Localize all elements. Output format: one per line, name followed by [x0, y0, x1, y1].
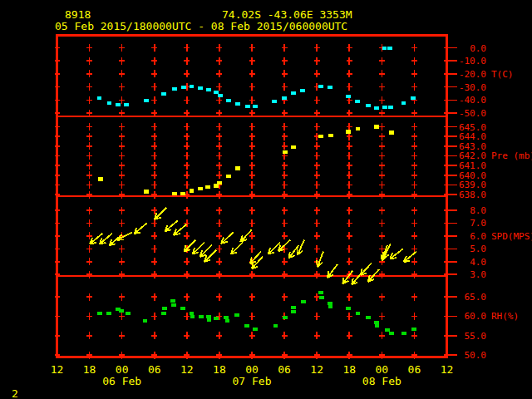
axis-tick-label: -30.0	[459, 82, 486, 93]
humidity-point	[119, 309, 124, 313]
x-hour-label: 06	[278, 363, 291, 376]
wind-arrow	[252, 257, 263, 269]
humidity-point	[162, 307, 167, 310]
humidity-point	[244, 324, 249, 328]
axis-tick-label: 0.0	[470, 43, 486, 54]
humidity-point	[291, 310, 296, 313]
humidity-point	[214, 317, 219, 320]
axis-tick-label: 5.0	[470, 244, 486, 254]
axis-tick-label: 60.0	[465, 311, 487, 322]
grid-ticks	[55, 44, 457, 359]
temperature-point	[382, 47, 387, 50]
axis-tick-label: 7.0	[470, 218, 486, 229]
temperature-point	[346, 95, 351, 98]
temperature-point	[411, 96, 416, 100]
temperature-point	[107, 101, 112, 105]
axis-tick-label: -40.0	[459, 95, 486, 106]
pressure-point	[98, 177, 103, 180]
humidity-point	[199, 315, 204, 318]
humidity-point	[180, 307, 185, 310]
station-location: 74.02S -43.06E 3353M	[222, 8, 352, 21]
humidity-point	[225, 319, 230, 323]
pressure-point	[374, 125, 379, 128]
humidity-point	[301, 300, 306, 303]
temperature-point	[355, 100, 360, 103]
station-id: 8918	[65, 8, 91, 21]
temperature-point	[328, 86, 332, 89]
temperature-point	[181, 86, 186, 89]
wind-arrow	[174, 224, 186, 235]
wind-arrow	[390, 249, 403, 259]
temperature-point	[172, 87, 177, 91]
page-number: 2	[12, 387, 18, 399]
humidity-point	[143, 319, 148, 323]
humidity-point	[273, 324, 278, 328]
temperature-point	[144, 99, 149, 102]
humidity-point	[190, 315, 195, 318]
axis-tick-label: -50.0	[459, 108, 486, 119]
data-series	[90, 47, 416, 335]
temperature-point	[291, 91, 296, 95]
humidity-point	[401, 332, 406, 335]
temperature-point	[272, 100, 277, 103]
axis-tick-label: -20.0	[459, 69, 486, 80]
temperature-point	[282, 96, 287, 100]
pressure-point	[226, 175, 231, 178]
pressure-point	[180, 192, 185, 195]
axis-tick-label: 65.0	[465, 292, 487, 303]
humidity-point	[328, 305, 333, 308]
wind-arrow	[204, 250, 216, 262]
temperature-point	[218, 94, 223, 97]
panel-unit-label: RH(%)	[491, 311, 519, 322]
x-hour-label: 18	[213, 363, 226, 376]
axis-tick-label: 6.0	[470, 231, 486, 242]
pressure-point	[144, 190, 149, 193]
axis-tick-label: -10.0	[459, 56, 486, 66]
humidity-point	[234, 313, 239, 317]
temperature-point	[97, 96, 102, 100]
pressure-point	[235, 166, 240, 170]
pressure-point	[356, 127, 361, 131]
humidity-point	[375, 324, 380, 328]
meteogram-screen: 8918 74.02S -43.06E 3353M 05 Feb 2015/18…	[0, 0, 532, 399]
wind-arrow	[297, 240, 304, 255]
humidity-point	[346, 307, 351, 310]
x-hour-label: 18	[342, 363, 356, 376]
temperature-point	[318, 85, 323, 88]
x-hour-label: 18	[83, 363, 96, 376]
x-hour-label: 12	[51, 363, 64, 376]
panel-unit-label: Pre (mb)	[491, 150, 532, 161]
temperature-point	[382, 106, 387, 109]
wind-arrow	[155, 208, 166, 219]
temperature-point	[245, 105, 250, 108]
x-hour-label: 06	[408, 363, 421, 376]
pressure-point	[217, 181, 222, 185]
panel-unit-label: T(C)	[491, 69, 514, 80]
x-hour-label: 12	[310, 363, 323, 376]
temperature-point	[206, 88, 211, 91]
wind-arrow	[200, 245, 212, 257]
temperature-point	[366, 104, 371, 107]
axis-tick-label: 638.0	[459, 190, 486, 200]
temperature-point	[190, 85, 195, 88]
humidity-point	[318, 291, 323, 294]
axis-tick-label: 3.0	[470, 269, 486, 280]
temperature-point	[235, 102, 240, 106]
x-hour-label: 00	[376, 363, 389, 376]
pressure-point	[190, 189, 195, 192]
humidity-point	[106, 312, 111, 315]
pressure-point	[172, 192, 177, 195]
x-hour-label: 12	[180, 363, 194, 376]
wind-arrow	[268, 243, 280, 254]
temperature-point	[401, 101, 406, 105]
temperature-point	[214, 91, 219, 94]
humidity-point	[171, 303, 176, 307]
wind-arrow	[342, 271, 352, 284]
humidity-point	[389, 332, 394, 335]
wind-arrow	[117, 232, 132, 239]
x-date-label: 06 Feb	[102, 375, 141, 387]
wind-arrow	[278, 240, 291, 252]
humidity-point	[291, 306, 296, 309]
temperature-point	[374, 106, 379, 110]
y-axis-labels: 0.0-10.0-20.0-30.0-40.0-50.0T(C)645.0644…	[459, 43, 532, 362]
